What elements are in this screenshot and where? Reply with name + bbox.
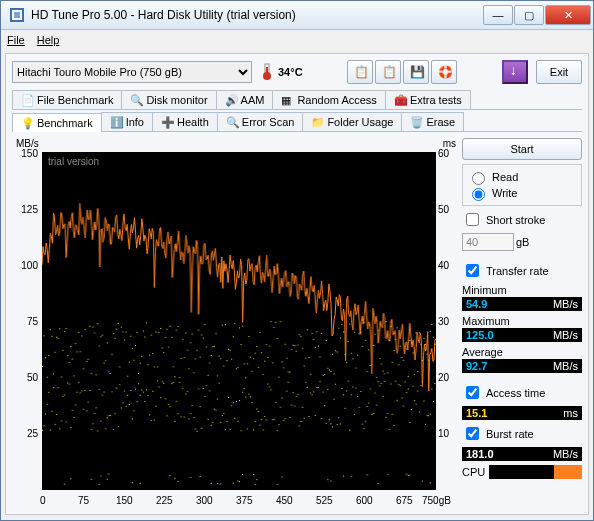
menu-help[interactable]: Help <box>37 34 60 46</box>
speaker-icon: 🔊 <box>225 94 237 106</box>
avg-value: 92.7 MB/s <box>462 359 582 373</box>
benchmark-chart: MB/s ms 150 125 100 75 50 25 60 50 40 30… <box>12 138 456 508</box>
minimize-button[interactable]: — <box>483 5 513 25</box>
tab-folder-usage[interactable]: 📁Folder Usage <box>302 112 402 131</box>
temperature: 34°C <box>260 63 303 81</box>
maximize-button[interactable]: ▢ <box>514 5 544 25</box>
watermark: trial version <box>48 156 99 167</box>
tab-erase[interactable]: 🗑️Erase <box>401 112 464 131</box>
temperature-value: 34°C <box>278 66 303 78</box>
titlebar: HD Tune Pro 5.00 - Hard Disk Utility (tr… <box>1 1 593 30</box>
drive-select[interactable]: Hitachi Touro Mobile Pro (750 gB) <box>12 61 252 83</box>
side-panel: Start Read Write Short stroke gB Transfe… <box>462 138 582 508</box>
burst-check[interactable] <box>466 427 479 440</box>
health-icon: ➕ <box>161 116 173 128</box>
window-buttons: — ▢ ✕ <box>483 5 591 25</box>
file-icon: 📄 <box>21 94 33 106</box>
tools-icon: 🧰 <box>394 94 406 106</box>
menu-file[interactable]: File <box>7 34 25 46</box>
write-radio[interactable] <box>472 188 485 201</box>
folder-icon: 📁 <box>311 116 323 128</box>
transfer-check[interactable] <box>466 264 479 277</box>
tabs-secondary: 📄File Benchmark 🔍Disk monitor 🔊AAM ▦Rand… <box>12 90 582 110</box>
refresh-button[interactable]: ↓ <box>502 60 528 84</box>
search-icon: 🔍 <box>226 116 238 128</box>
toolbar-icons: 📋 📋 💾 🛟 <box>347 60 457 84</box>
cpu-row: CPU <box>462 465 582 479</box>
svg-rect-2 <box>14 12 20 18</box>
tab-aam[interactable]: 🔊AAM <box>216 90 274 109</box>
tab-random-access[interactable]: ▦Random Access <box>272 90 385 109</box>
mode-group: Read Write <box>462 164 582 206</box>
close-button[interactable]: ✕ <box>545 5 591 25</box>
max-value: 125.0 MB/s <box>462 328 582 342</box>
tab-health[interactable]: ➕Health <box>152 112 218 131</box>
stroke-input <box>462 233 514 251</box>
chart-canvas <box>42 152 436 490</box>
copy-info-button[interactable]: 📋 <box>347 60 373 84</box>
min-value: 54.9 MB/s <box>462 297 582 311</box>
cpu-bar <box>489 465 582 479</box>
app-window: HD Tune Pro 5.00 - Hard Disk Utility (tr… <box>0 0 594 521</box>
access-check[interactable] <box>466 386 479 399</box>
exit-button[interactable]: Exit <box>536 60 582 84</box>
access-value: 15.1 ms <box>462 406 582 420</box>
benchmark-content: MB/s ms 150 125 100 75 50 25 60 50 40 30… <box>12 138 582 508</box>
menubar: File Help <box>1 30 593 49</box>
burst-value: 181.0 MB/s <box>462 447 582 461</box>
bulb-icon: 💡 <box>21 117 33 129</box>
chart-canvas-area: trial version <box>42 152 436 490</box>
window-title: HD Tune Pro 5.00 - Hard Disk Utility (tr… <box>31 8 483 22</box>
thermometer-icon <box>260 63 274 81</box>
tab-error-scan[interactable]: 🔍Error Scan <box>217 112 304 131</box>
screenshot-button[interactable]: 📋 <box>375 60 401 84</box>
settings-button[interactable]: 🛟 <box>431 60 457 84</box>
random-icon: ▦ <box>281 94 293 106</box>
tabs-primary: 💡Benchmark ℹ️Info ➕Health 🔍Error Scan 📁F… <box>12 112 582 132</box>
main-panel: Hitachi Touro Mobile Pro (750 gB) 34°C 📋… <box>5 53 589 515</box>
short-stroke-check[interactable] <box>466 213 479 226</box>
app-icon <box>9 7 25 23</box>
read-radio[interactable] <box>472 172 485 185</box>
tab-file-benchmark[interactable]: 📄File Benchmark <box>12 90 122 109</box>
toolbar: Hitachi Touro Mobile Pro (750 gB) 34°C 📋… <box>12 60 582 84</box>
trash-icon: 🗑️ <box>410 116 422 128</box>
tab-disk-monitor[interactable]: 🔍Disk monitor <box>121 90 216 109</box>
svg-rect-5 <box>266 67 268 76</box>
save-button[interactable]: 💾 <box>403 60 429 84</box>
monitor-icon: 🔍 <box>130 94 142 106</box>
tab-info[interactable]: ℹ️Info <box>101 112 153 131</box>
tab-benchmark[interactable]: 💡Benchmark <box>12 113 102 132</box>
start-button[interactable]: Start <box>462 138 582 160</box>
info-icon: ℹ️ <box>110 116 122 128</box>
tab-extra-tests[interactable]: 🧰Extra tests <box>385 90 471 109</box>
